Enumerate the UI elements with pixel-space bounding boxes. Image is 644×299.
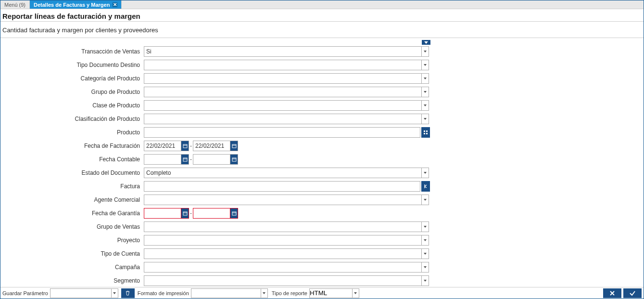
label-proyecto: Proyecto [0,237,144,244]
tipo-documento-destino-input[interactable] [144,60,422,70]
label-tipo-documento-destino: Tipo Documento Destino [0,62,144,68]
campana-input[interactable] [144,262,422,273]
row-grupo-producto: Grupo de Producto [0,86,644,98]
app-window: Menú (9) Detalles de Facturas y Margen ✕… [0,0,644,299]
transaccion-ventas-dropdown-icon[interactable] [422,46,429,57]
segmento-dropdown-icon[interactable] [422,275,429,286]
grupo-producto-dropdown-icon[interactable] [422,87,429,97]
row-estado-documento: Estado del Documento [0,167,644,179]
row-categoria-producto: Categoría del Producto [0,73,644,84]
segmento-input[interactable] [144,275,422,286]
producto-lookup-icon[interactable] [421,127,430,138]
grupo-producto-input[interactable] [144,87,422,97]
delete-button[interactable] [121,288,135,298]
label-guardar-parametro: Guardar Parámetro [2,290,48,296]
page-subtitle: Cantidad facturada y margen por clientes… [0,22,644,38]
svg-rect-5 [183,144,187,148]
row-clasificacion-producto: Clasificación de Producto [0,113,644,125]
proyecto-input[interactable] [144,235,422,246]
row-transaccion-ventas: Transacción de Ventas [0,46,644,57]
row-agente-comercial: Agente Comercial [0,194,644,206]
fecha-facturacion-from-input[interactable] [144,141,181,151]
clase-producto-input[interactable] [144,100,422,111]
svg-rect-11 [232,158,236,161]
tab-bar: Menú (9) Detalles de Facturas y Margen ✕ [0,0,644,9]
tipo-reporte-dropdown-icon[interactable] [353,288,359,298]
formato-impresion-input[interactable] [191,288,261,298]
fecha-garantia-to-input[interactable] [193,208,230,219]
ok-button[interactable] [623,288,642,298]
label-categoria-producto: Categoría del Producto [0,75,144,82]
label-estado-documento: Estado del Documento [0,169,144,176]
proyecto-dropdown-icon[interactable] [422,235,429,246]
row-clase-producto: Clase de Producto [0,100,644,111]
campana-dropdown-icon[interactable] [422,262,429,273]
footer-bar: Guardar Parámetro Formato de impresión T… [0,287,644,299]
guardar-parametro-input[interactable] [50,288,112,298]
estado-documento-input[interactable] [144,168,422,178]
range-separator: - [189,156,193,163]
tipo-cuenta-dropdown-icon[interactable] [422,248,429,259]
label-factura: Factura [0,183,144,190]
clasificacion-producto-dropdown-icon[interactable] [422,114,429,124]
factura-input[interactable] [144,181,420,192]
label-transaccion-ventas: Transacción de Ventas [0,48,144,55]
fecha-garantia-to-calendar-icon[interactable] [230,208,238,219]
agente-comercial-input[interactable] [144,195,422,205]
fecha-contable-to-input[interactable] [193,154,230,165]
fecha-facturacion-from-calendar-icon[interactable] [181,141,189,151]
label-producto: Producto [0,129,144,136]
row-segmento: Segmento [0,275,644,286]
row-factura: Factura [0,181,644,192]
svg-rect-13 [183,212,187,215]
range-separator: - [189,143,193,149]
tab-menu[interactable]: Menú (9) [0,0,30,9]
guardar-parametro-dropdown-icon[interactable] [112,288,118,298]
fecha-contable-from-input[interactable] [144,154,181,165]
clasificacion-producto-input[interactable] [144,114,422,124]
label-agente-comercial: Agente Comercial [0,196,144,203]
fecha-contable-to-calendar-icon[interactable] [230,154,238,165]
transaccion-ventas-input[interactable] [144,46,422,57]
tab-detalles-facturas[interactable]: Detalles de Facturas y Margen ✕ [30,0,122,9]
fecha-facturacion-to-input[interactable] [193,141,230,151]
grupo-ventas-input[interactable] [144,221,422,232]
row-producto: Producto [0,127,644,138]
clase-producto-dropdown-icon[interactable] [422,100,429,111]
tipo-cuenta-input[interactable] [144,248,422,259]
fecha-garantia-from-input[interactable] [144,208,181,219]
trash-icon [125,290,130,296]
prev-field-dropdown-icon[interactable] [422,40,430,45]
fecha-garantia-from-calendar-icon[interactable] [181,208,189,219]
fecha-facturacion-to-calendar-icon[interactable] [230,141,238,151]
tipo-documento-destino-dropdown-icon[interactable] [422,60,429,70]
agente-comercial-dropdown-icon[interactable] [422,195,429,205]
grupo-ventas-dropdown-icon[interactable] [422,221,429,232]
close-icon[interactable]: ✕ [113,2,117,7]
tab-menu-label: Menú (9) [4,2,25,8]
label-tipo-reporte: Tipo de reporte [272,290,307,296]
estado-documento-dropdown-icon[interactable] [422,168,429,178]
page-title: Reportar líneas de facturación y margen [0,9,644,22]
fecha-contable-from-calendar-icon[interactable] [181,154,189,165]
close-icon [609,290,616,296]
row-proyecto: Proyecto [0,234,644,246]
label-fecha-garantia: Fecha de Garantía [0,210,144,217]
label-segmento: Segmento [0,277,144,284]
factura-record-icon[interactable] [421,181,430,192]
categoria-producto-input[interactable] [144,73,422,84]
tipo-reporte-input[interactable] [309,288,353,298]
formato-impresion-dropdown-icon[interactable] [261,288,268,298]
row-fecha-garantia: Fecha de Garantía - [0,208,644,219]
row-tipo-cuenta: Tipo de Cuenta [0,248,644,260]
svg-rect-2 [426,130,428,132]
producto-input[interactable] [144,127,420,138]
svg-rect-3 [424,133,425,134]
form-container: Transacción de Ventas Tipo Documento Des… [0,38,644,287]
range-separator: - [189,210,193,217]
svg-rect-1 [424,130,425,132]
row-fecha-contable: Fecha Contable - [0,154,644,165]
categoria-producto-dropdown-icon[interactable] [422,73,429,84]
cancel-button[interactable] [603,288,621,298]
form-scroll[interactable]: Transacción de Ventas Tipo Documento Des… [0,38,644,287]
